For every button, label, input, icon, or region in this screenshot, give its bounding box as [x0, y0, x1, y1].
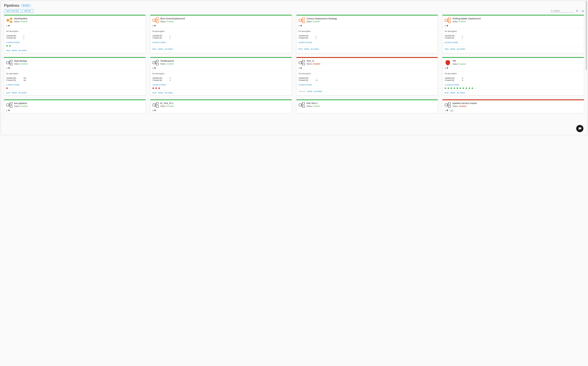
pipeline-card[interactable]: RestPipelineStatus: Enabled0No descripti… — [4, 15, 146, 53]
tag-icon — [8, 25, 10, 27]
svg-point-17 — [447, 25, 447, 25]
pipeline-name[interactable]: test-pipeline — [14, 102, 28, 105]
open-button[interactable]: OPEN — [12, 92, 17, 94]
pipeline-name[interactable]: M_Test_PL1 — [160, 102, 174, 105]
pipeline-card[interactable]: test-pipelineStatus: Enabled0No descript… — [4, 99, 146, 113]
open-button[interactable]: OPEN — [158, 92, 163, 94]
refresh-icon[interactable] — [582, 10, 584, 12]
run-button[interactable]: RUN — [6, 92, 10, 94]
pipeline-name[interactable]: Canary-Deployment-Strategy — [306, 17, 337, 20]
svg-rect-32 — [10, 102, 12, 104]
open-button[interactable]: OPEN — [12, 50, 17, 52]
actions-dropdown[interactable]: ACTIONS⌃ — [18, 92, 28, 94]
actions-dropdown[interactable]: ACTIONS⌃ — [457, 92, 466, 94]
pipeline-name[interactable]: TestBlueprint — [160, 60, 174, 62]
pipeline-meta: Updated BybCreated Byb — [442, 76, 584, 83]
execution-dot[interactable] — [463, 87, 464, 89]
actions-dropdown[interactable]: ACTIONS⌃ — [18, 50, 28, 52]
tag-pill[interactable]: tan — [449, 109, 454, 112]
pipeline-card[interactable]: pipeline-service-masterStatus: Disabled1… — [442, 99, 584, 113]
executions-link[interactable]: 0 EXECUTIONS — [152, 42, 166, 43]
run-button[interactable]: RUN — [152, 48, 157, 50]
enable-button[interactable]: ENABLE — [299, 91, 306, 92]
tag-count: 0 — [6, 25, 8, 27]
chat-widget-button[interactable] — [576, 125, 583, 132]
new-pipeline-button[interactable]: NEW PIPELINE — [4, 9, 21, 13]
run-button[interactable]: RUN — [445, 92, 449, 94]
execution-dot[interactable] — [152, 87, 154, 89]
pipeline-name[interactable]: Blue-GreenDeployment — [160, 17, 185, 20]
created-by-label: Created By — [6, 79, 24, 81]
created-by-label: Created By — [299, 37, 316, 39]
executions-link[interactable]: 0 EXECUTIONS — [299, 42, 312, 43]
pipeline-name[interactable]: MyKubeApp — [14, 60, 28, 62]
pipeline-name[interactable]: K8s-Test-1 — [306, 102, 320, 105]
execution-dot[interactable] — [451, 87, 452, 89]
execution-dot[interactable] — [6, 45, 8, 46]
execution-dot[interactable] — [158, 87, 160, 89]
created-by-value: j — [24, 37, 24, 39]
actions-dropdown[interactable]: ACTIONS⌃ — [165, 48, 174, 50]
actions-dropdown[interactable]: ACTIONS⌃ — [314, 91, 323, 92]
execution-dot[interactable] — [6, 87, 8, 89]
execution-dot[interactable] — [460, 87, 461, 89]
tag-count: 0 — [152, 25, 154, 27]
pipeline-icon — [445, 60, 451, 66]
pipeline-name[interactable]: RollingUpdate Deployment — [453, 17, 481, 20]
executions-link[interactable]: 3 EXECUTIONS — [152, 84, 166, 86]
run-button[interactable]: RUN — [152, 92, 157, 94]
execution-dot[interactable] — [472, 87, 473, 89]
pipeline-card[interactable]: TestBlueprintStatus: Enabled0No descript… — [150, 57, 292, 96]
pipeline-card[interactable]: K8s-Test-1Status: EnabledNo descriptionU… — [296, 99, 438, 113]
more-dots-icon[interactable]: ··· — [475, 87, 477, 89]
executions-link[interactable]: 1 EXECUTIONS — [6, 84, 20, 86]
pipeline-status: Status: Enabled — [14, 21, 28, 23]
execution-dot[interactable] — [156, 87, 157, 89]
actions-dropdown[interactable]: ACTIONS⌃ — [165, 92, 174, 94]
execution-dot[interactable] — [454, 87, 455, 89]
actions-dropdown[interactable]: ACTIONS⌃ — [311, 48, 320, 50]
pipeline-card[interactable]: MyKubeAppStatus: Enabled0No descriptionU… — [4, 57, 146, 96]
pipeline-name[interactable]: भया — [453, 60, 466, 62]
pipeline-card[interactable]: Test_mStatus: Disabled0No descriptionUpd… — [296, 57, 438, 96]
tag-row: 0 — [4, 109, 146, 113]
executions-link[interactable]: 0 EXECUTIONS — [445, 42, 458, 43]
open-button[interactable]: OPEN — [450, 48, 455, 50]
execution-dot[interactable] — [466, 87, 467, 89]
pipeline-card[interactable]: भयाStatus: Enabled0No descriptionUpdated… — [442, 57, 584, 96]
execution-dot[interactable] — [448, 87, 449, 89]
import-button[interactable]: IMPORT — [22, 9, 33, 13]
scrollbar[interactable] — [586, 1, 587, 70]
open-button[interactable]: OPEN — [304, 48, 309, 50]
open-button[interactable]: OPEN — [158, 48, 163, 50]
pipeline-card[interactable]: Blue-GreenDeploymentStatus: Enabled0No d… — [150, 15, 292, 53]
execution-dot[interactable] — [457, 87, 458, 89]
open-button[interactable]: OPEN — [307, 91, 312, 92]
executions-link[interactable]: 2 EXECUTIONS — [6, 42, 20, 43]
executions-link[interactable]: 0 EXECUTIONS — [299, 84, 312, 86]
pipeline-card[interactable]: RollingUpdate DeploymentStatus: Enabled0… — [442, 15, 584, 53]
execution-dot[interactable] — [469, 87, 470, 89]
filter-icon[interactable] — [576, 10, 578, 12]
pipeline-card[interactable]: Canary-Deployment-StrategyStatus: Enable… — [296, 15, 438, 53]
execution-dot[interactable] — [445, 87, 446, 89]
execution-dot[interactable] — [9, 45, 11, 46]
pipeline-card[interactable]: M_Test_PL1Status: Enabled0No description… — [150, 99, 292, 113]
pipeline-name[interactable]: RestPipeline — [14, 17, 28, 20]
run-button[interactable]: RUN — [299, 48, 303, 50]
pipeline-name[interactable]: pipeline-service-master — [453, 102, 477, 105]
executions-link[interactable]: 12 EXECUTIONS — [445, 84, 459, 86]
svg-rect-22 — [153, 61, 155, 64]
search-input[interactable] — [554, 10, 571, 12]
pipeline-icon — [445, 17, 451, 23]
actions-dropdown[interactable]: ACTIONS⌃ — [457, 48, 466, 50]
updated-by-label: Updated By — [445, 77, 462, 79]
pipeline-name[interactable]: Test_m — [306, 60, 320, 62]
svg-rect-4 — [10, 21, 12, 23]
run-button[interactable]: RUN — [6, 50, 10, 52]
open-button[interactable]: OPEN — [450, 92, 455, 94]
run-button[interactable]: RUN — [445, 48, 449, 50]
search-field-wrap[interactable] — [551, 10, 574, 12]
chevron-up-icon: ⌃ — [173, 48, 174, 50]
execution-dots: ··· — [442, 87, 584, 90]
